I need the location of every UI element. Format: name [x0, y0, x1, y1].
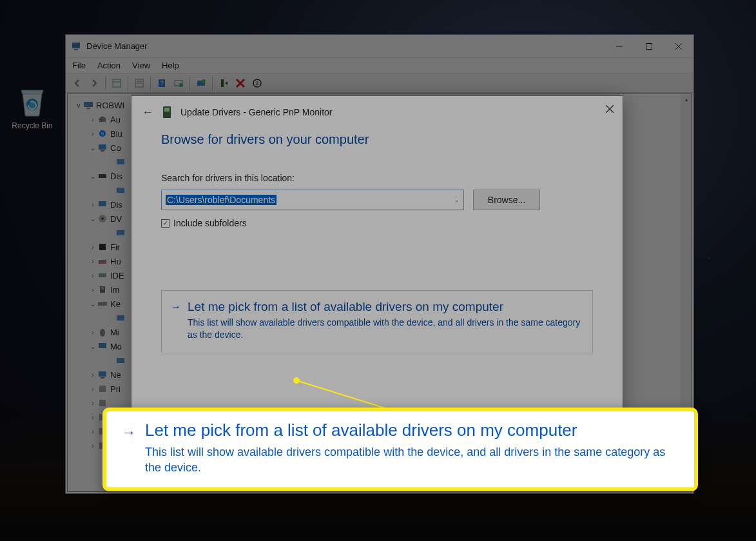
arrow-right-icon: →	[122, 420, 136, 478]
callout-title: Let me pick from a list of available dri…	[145, 420, 679, 440]
callout-description: This list will show available drivers co…	[145, 444, 679, 476]
annotation-callout: → Let me pick from a list of available d…	[102, 408, 698, 491]
